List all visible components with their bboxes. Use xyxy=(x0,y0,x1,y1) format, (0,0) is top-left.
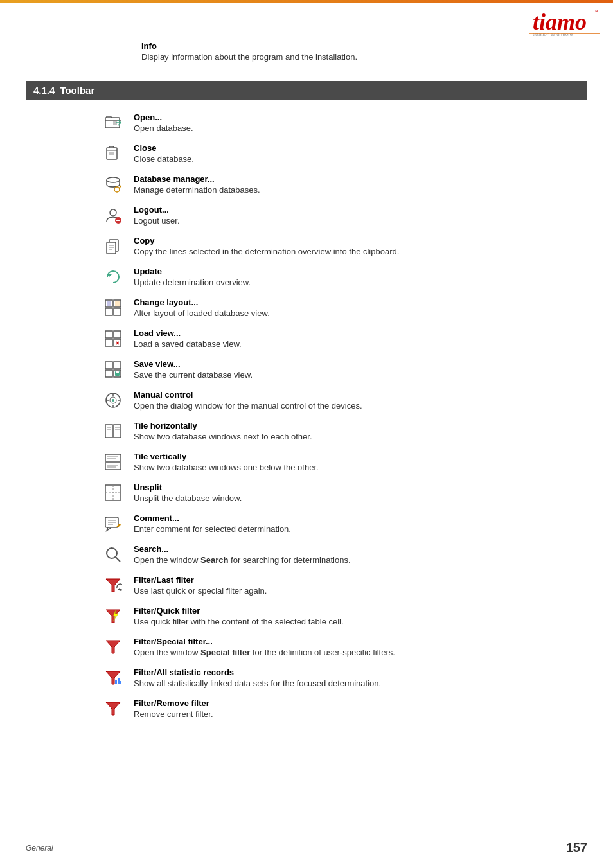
tile-v-title: Tile vertically xyxy=(134,452,587,461)
toolbar-text-comment: Comment... Enter comment for selected de… xyxy=(134,513,587,534)
update-desc: Update determination overview. xyxy=(134,278,587,287)
svg-rect-24 xyxy=(105,308,112,315)
tile-h-desc: Show two database windows next to each o… xyxy=(134,432,587,441)
logout-desc: Logout user. xyxy=(134,216,587,226)
toolbar-text-close: Close Close database. xyxy=(134,143,587,164)
unsplit-title: Unsplit xyxy=(134,483,587,492)
toolbar-item-save-view: Save view... Save the current database v… xyxy=(103,359,587,380)
toolbar-item-tile-h: Tile horizontally Show two database wind… xyxy=(103,421,587,441)
svg-rect-27 xyxy=(115,301,120,306)
toolbar-text-filter-special: Filter/Special filter... Open the window… xyxy=(134,637,587,657)
tile-v-icon xyxy=(103,452,123,472)
toolbar-item-db-manager: Database manager... Manage determination… xyxy=(103,174,587,195)
open-title: Open... xyxy=(134,112,587,122)
svg-rect-46 xyxy=(114,425,121,438)
footer-left: General xyxy=(26,844,53,853)
info-description: Display information about the program an… xyxy=(141,52,587,62)
toolbar-item-close: Close Close database. xyxy=(103,143,587,164)
save-view-desc: Save the current database view. xyxy=(134,370,587,380)
open-desc: Open database. xyxy=(134,123,587,133)
change-layout-icon xyxy=(103,297,123,318)
svg-rect-32 xyxy=(105,362,112,369)
filter-quick-icon xyxy=(103,606,123,626)
toolbar-text-change-layout: Change layout... Alter layout of loaded … xyxy=(134,297,587,318)
toolbar-items-list: Open... Open database. Close Close datab… xyxy=(26,112,587,719)
logout-icon xyxy=(103,205,123,226)
manual-control-desc: Open the dialog window for the manual co… xyxy=(134,401,587,411)
logo: tiamo ™ titration and more xyxy=(529,5,600,37)
toolbar-item-manual-control: Manual control Open the dialog window fo… xyxy=(103,390,587,411)
toolbar-text-db-manager: Database manager... Manage determination… xyxy=(134,174,587,195)
toolbar-text-filter-last: Filter/Last filter Use last quick or spe… xyxy=(134,575,587,596)
close-desc: Close database. xyxy=(134,154,587,164)
toolbar-text-logout: Logout... Logout user. xyxy=(134,205,587,226)
toolbar-text-filter-remove: Filter/Remove filter Remove current filt… xyxy=(134,698,587,719)
comment-title: Comment... xyxy=(134,513,587,523)
toolbar-text-search: Search... Open the window Search for sea… xyxy=(134,544,587,565)
info-section: Info Display information about the progr… xyxy=(26,41,587,62)
toolbar-text-update: Update Update determination overview. xyxy=(134,267,587,287)
toolbar-item-filter-quick: Filter/Quick filter Use quick filter wit… xyxy=(103,606,587,626)
manual-control-icon xyxy=(103,390,123,411)
svg-rect-52 xyxy=(105,463,121,470)
filter-special-icon: ? xyxy=(103,637,123,657)
toolbar-text-open: Open... Open database. xyxy=(134,112,587,133)
svg-rect-33 xyxy=(114,362,121,369)
toolbar-text-unsplit: Unsplit Unsplit the database window. xyxy=(134,483,587,503)
close-title: Close xyxy=(134,143,587,153)
svg-rect-17 xyxy=(107,242,116,254)
toolbar-item-update: Update Update determination overview. xyxy=(103,267,587,287)
svg-rect-26 xyxy=(107,301,111,306)
toolbar-item-open: Open... Open database. xyxy=(103,112,587,133)
svg-point-65 xyxy=(107,548,117,558)
footer-right: 157 xyxy=(566,840,587,855)
change-layout-title: Change layout... xyxy=(134,297,587,307)
toolbar-item-tile-v: Tile vertically Show two database window… xyxy=(103,452,587,472)
svg-rect-28 xyxy=(105,331,112,338)
toolbar-item-unsplit: Unsplit Unsplit the database window. xyxy=(103,483,587,503)
db-manager-title: Database manager... xyxy=(134,174,587,184)
filter-last-title: Filter/Last filter xyxy=(134,575,587,585)
section-title: Toolbar xyxy=(60,85,94,96)
toolbar-text-load-view: Load view... Load a saved database view. xyxy=(134,328,587,349)
toolbar-text-tile-h: Tile horizontally Show two database wind… xyxy=(134,421,587,441)
svg-rect-74 xyxy=(115,680,117,684)
close-icon xyxy=(103,143,123,164)
copy-icon xyxy=(103,236,123,256)
section-header: 4.1.4 Toolbar xyxy=(26,81,587,100)
main-content: Info Display information about the progr… xyxy=(0,3,613,755)
toolbar-item-load-view: Load view... Load a saved database view. xyxy=(103,328,587,349)
tile-v-desc: Show two database windows one below the … xyxy=(134,463,587,472)
filter-all-stat-icon xyxy=(103,668,123,688)
filter-last-desc: Use last quick or special filter again. xyxy=(134,586,587,596)
save-view-icon xyxy=(103,359,123,380)
toolbar-item-filter-remove: Filter/Remove filter Remove current filt… xyxy=(103,698,587,719)
svg-marker-68 xyxy=(117,588,122,590)
svg-rect-51 xyxy=(105,454,121,461)
load-view-icon xyxy=(103,328,123,349)
search-desc: Open the window Search for searching for… xyxy=(134,555,587,565)
svg-line-11 xyxy=(119,186,121,188)
svg-rect-29 xyxy=(114,331,121,338)
search-title: Search... xyxy=(134,544,587,554)
toolbar-item-filter-special: ? Filter/Special filter... Open the wind… xyxy=(103,637,587,657)
info-label: Info xyxy=(141,41,587,51)
svg-text:™: ™ xyxy=(592,8,599,15)
filter-all-stat-title: Filter/All statistic records xyxy=(134,668,587,677)
svg-point-44 xyxy=(112,399,114,402)
filter-remove-icon xyxy=(103,698,123,719)
db-manager-icon xyxy=(103,174,123,195)
svg-rect-76 xyxy=(120,681,121,684)
toolbar-item-filter-last: Filter/Last filter Use last quick or spe… xyxy=(103,575,587,596)
comment-desc: Enter comment for selected determination… xyxy=(134,524,587,534)
toolbar-text-filter-quick: Filter/Quick filter Use quick filter wit… xyxy=(134,606,587,626)
unsplit-desc: Unsplit the database window. xyxy=(134,493,587,503)
toolbar-text-manual-control: Manual control Open the dialog window fo… xyxy=(134,390,587,411)
db-manager-desc: Manage determination databases. xyxy=(134,185,587,195)
filter-remove-desc: Remove current filter. xyxy=(134,709,587,719)
svg-rect-45 xyxy=(105,425,112,438)
svg-rect-75 xyxy=(118,678,120,684)
footer: General 157 xyxy=(26,835,587,855)
update-icon xyxy=(103,267,123,287)
svg-rect-6 xyxy=(107,148,117,159)
